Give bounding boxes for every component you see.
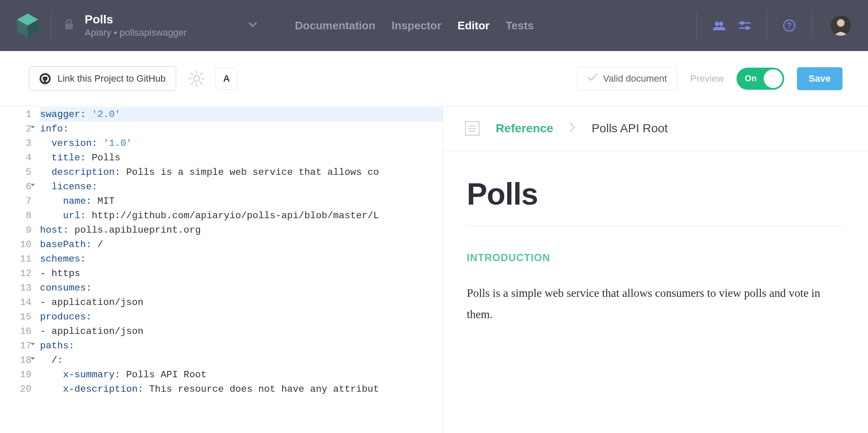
svg-point-9 [746,27,748,29]
svg-line-20 [200,83,202,84]
line-number: 5 [0,165,34,179]
preview-toggle[interactable]: On [737,68,784,90]
header-right: ? [687,12,851,39]
team-icon[interactable] [711,18,727,33]
app-header: Polls Apiary • pollsapiswagger Documenta… [0,0,868,51]
code-line[interactable]: schemes: [40,252,443,266]
line-number: 7 [0,194,34,208]
project-title: Polls [85,13,187,26]
svg-text:?: ? [787,21,792,30]
project-selector[interactable]: Polls Apiary • pollsapiswagger [64,13,257,38]
code-line[interactable]: url: http://github.com/apiaryio/polls-ap… [40,208,443,223]
code-line[interactable]: produces: [40,310,443,324]
fold-icon[interactable] [31,126,35,128]
code-line[interactable]: host: polls.apiblueprint.org [40,223,443,237]
code-line[interactable]: title: Polls [40,151,443,165]
toggle-label: On [745,74,757,83]
code-line[interactable]: info: [40,122,443,136]
code-line[interactable]: /: [40,353,443,367]
line-number: 9 [0,223,34,237]
divider [697,12,697,39]
code-editor[interactable]: 1234567891011121314151617181920 swagger:… [0,106,443,433]
line-number: 18 [0,353,34,367]
fold-icon[interactable] [31,184,35,186]
tab-editor[interactable]: Editor [457,19,489,32]
svg-point-4 [715,22,719,26]
logo-block [17,14,38,37]
toggle-knob [764,69,782,88]
editor-toolbar: Link this Project to GitHub A Valid docu… [0,51,868,106]
code-line[interactable]: x-summary: Polls API Root [40,367,443,382]
svg-line-21 [191,83,193,84]
code-body[interactable]: swagger: '2.0'info: version: '1.0' title… [34,106,443,433]
code-line[interactable]: x-description: This resource does not ha… [40,382,443,396]
link-github-button[interactable]: Link this Project to GitHub [29,66,176,91]
line-number: 15 [0,310,34,324]
preview-label: Preview [690,73,723,84]
line-number: 8 [0,208,34,223]
toolbar-right: Valid document Preview On Save [577,67,842,91]
github-icon [40,73,51,84]
tab-documentation[interactable]: Documentation [295,19,375,32]
lock-icon [64,19,74,33]
line-number: 4 [0,151,34,165]
settings-icon[interactable] [737,18,752,33]
chevron-down-icon [249,22,257,29]
divider [811,12,812,39]
user-avatar[interactable] [831,15,851,36]
nav-tabs: Documentation Inspector Editor Tests [295,19,534,32]
svg-rect-3 [65,23,73,29]
tab-tests[interactable]: Tests [505,19,534,32]
code-line[interactable]: description: Polls is a simple web servi… [40,165,443,179]
code-line[interactable]: - application/json [40,324,443,339]
section-heading: INTRODUCTION [467,252,842,264]
line-number: 16 [0,324,34,339]
chevron-right-icon [569,122,575,135]
theme-toggle-icon[interactable] [188,70,205,87]
main-split: 1234567891011121314151617181920 swagger:… [0,106,868,433]
fold-icon[interactable] [31,343,35,345]
divider [767,12,767,39]
line-number: 11 [0,252,34,266]
code-line[interactable]: consumes: [40,281,443,295]
code-line[interactable]: - application/json [40,295,443,310]
link-github-label: Link this Project to GitHub [57,73,166,84]
tab-inspector[interactable]: Inspector [391,19,441,32]
svg-point-13 [837,19,845,27]
code-line[interactable]: name: MIT [40,194,443,208]
code-line[interactable]: paths: [40,339,443,353]
fold-icon[interactable] [31,357,35,360]
save-button-label: Save [809,73,831,84]
line-number: 2 [0,122,34,136]
divider [467,226,842,226]
svg-point-5 [719,22,723,26]
line-number: 12 [0,266,34,281]
code-line[interactable]: license: [40,179,443,194]
validation-label: Valid document [603,73,667,84]
breadcrumb-bar: Reference Polls API Root [443,106,868,151]
code-line[interactable]: basePath: / [40,237,443,252]
line-gutter: 1234567891011121314151617181920 [0,106,34,433]
line-number: 14 [0,295,34,310]
validation-status[interactable]: Valid document [577,67,677,91]
help-icon[interactable]: ? [782,18,797,33]
line-number: 20 [0,382,34,396]
code-line[interactable]: - https [40,266,443,281]
code-line[interactable]: version: '1.0' [40,136,443,151]
svg-line-19 [191,73,193,75]
code-line[interactable]: swagger: '2.0' [40,107,443,122]
apiary-logo-icon[interactable] [17,14,38,37]
breadcrumb-reference[interactable]: Reference [496,122,553,135]
toc-icon[interactable] [465,121,480,136]
line-number: 10 [0,237,34,252]
svg-point-7 [741,22,743,24]
save-button[interactable]: Save [797,67,842,90]
document-body: Polls INTRODUCTION Polls is a simple web… [443,151,868,325]
check-icon [588,73,598,84]
project-subtitle: Apiary • pollsapiswagger [85,27,187,38]
line-number: 17 [0,339,34,353]
divider [51,12,51,39]
font-button[interactable]: A [215,68,237,90]
svg-line-22 [200,73,202,75]
breadcrumb-current: Polls API Root [591,122,668,135]
